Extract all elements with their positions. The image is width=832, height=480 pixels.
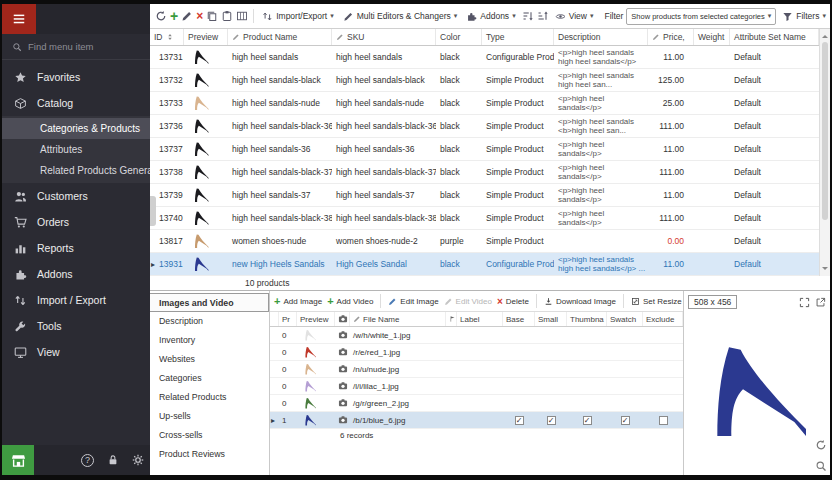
col-weight[interactable]: Weight bbox=[694, 29, 730, 45]
columns-button[interactable] bbox=[236, 10, 248, 22]
col-type[interactable]: Type bbox=[482, 29, 554, 45]
add-image-button[interactable]: +Add Image bbox=[274, 297, 322, 306]
menu-search-input[interactable] bbox=[28, 41, 140, 52]
copy-button[interactable] bbox=[206, 10, 218, 22]
settings-button[interactable] bbox=[125, 448, 150, 472]
col-label[interactable]: Label bbox=[457, 312, 503, 326]
edit-button[interactable] bbox=[181, 10, 193, 22]
panel-tab[interactable]: Websites bbox=[150, 350, 269, 369]
scrollbar-track[interactable] bbox=[820, 41, 830, 264]
col-preview[interactable]: Preview bbox=[184, 29, 228, 45]
product-row[interactable]: ▸ 13736 high heel sandals-black-36 high … bbox=[150, 115, 819, 138]
panel-tab[interactable]: Images and Video bbox=[150, 293, 269, 312]
product-row[interactable]: ▸ 13817 women shoes-nude women shoes-nud… bbox=[150, 230, 819, 253]
sidebar-item-categories-products[interactable]: Categories & Products bbox=[2, 118, 150, 139]
sidebar-item-addons[interactable]: Addons bbox=[2, 261, 150, 287]
product-row[interactable]: ▸ 13733 high heel sandals-nude high heel… bbox=[150, 92, 819, 115]
pos-button[interactable] bbox=[2, 445, 34, 475]
scroll-up-arrow[interactable] bbox=[822, 32, 828, 38]
sort-desc-button[interactable] bbox=[537, 10, 549, 22]
multi-editors-menu[interactable]: Multi Editors & Changers▾ bbox=[340, 9, 461, 24]
product-row[interactable]: ▸ 13738 high heel sandals-black-37 high … bbox=[150, 161, 819, 184]
sidebar-item-orders[interactable]: Orders bbox=[2, 209, 150, 235]
addons-menu[interactable]: Addons▾ bbox=[463, 9, 518, 24]
sidebar-item-reports[interactable]: Reports bbox=[2, 235, 150, 261]
open-external-icon[interactable] bbox=[815, 297, 826, 308]
image-row[interactable]: ▸ 0 /l/i/lilac_1.jpg bbox=[270, 378, 683, 395]
sort-asc-button[interactable] bbox=[522, 10, 534, 22]
help-button[interactable]: ? bbox=[75, 448, 100, 472]
download-image-button[interactable]: Download Image bbox=[544, 297, 616, 306]
edit-image-button[interactable]: Edit Image bbox=[388, 297, 438, 306]
base-checkbox[interactable]: ✓ bbox=[503, 416, 535, 425]
scroll-down-arrow[interactable] bbox=[822, 267, 828, 273]
sidebar-item-view[interactable]: View bbox=[2, 339, 150, 365]
rotate-icon[interactable] bbox=[815, 439, 827, 451]
col-small[interactable]: Small bbox=[535, 312, 567, 326]
sidebar-item-catalog[interactable]: Catalog bbox=[2, 90, 150, 116]
scrollbar-thumb[interactable] bbox=[822, 42, 828, 220]
panel-tab[interactable]: Related Products bbox=[150, 388, 269, 407]
image-row[interactable]: ▸ 0 /n/u/nude.jpg bbox=[270, 361, 683, 378]
sidebar-item-attributes[interactable]: Attributes bbox=[2, 139, 150, 160]
image-row[interactable]: ▸ 0 /r/e/red_1.jpg bbox=[270, 344, 683, 361]
hamburger-menu-button[interactable] bbox=[2, 4, 36, 34]
paste-button[interactable] bbox=[221, 10, 233, 22]
swatch-checkbox[interactable]: ✓ bbox=[607, 416, 643, 425]
panel-tab[interactable]: Cross-sells bbox=[150, 426, 269, 445]
col-id[interactable]: ID bbox=[150, 29, 184, 45]
category-filter-select[interactable]: Show products from selected categories▾ bbox=[626, 8, 776, 25]
image-row[interactable]: ▸ 0 /w/h/white_1.jpg bbox=[270, 327, 683, 344]
refresh-button[interactable] bbox=[155, 10, 167, 22]
thumbnail-checkbox[interactable]: ✓ bbox=[567, 416, 607, 425]
sidebar-item-related-products-generator[interactable]: Related Products Generator bbox=[2, 160, 150, 181]
filters-menu[interactable]: Filters▾ bbox=[779, 9, 829, 24]
small-checkbox[interactable]: ✓ bbox=[535, 416, 567, 425]
col-attribute-set[interactable]: Attribute Set Name bbox=[730, 29, 819, 45]
fullscreen-icon[interactable] bbox=[799, 297, 810, 308]
add-video-button[interactable]: +Add Video bbox=[327, 297, 373, 306]
col-sku[interactable]: SKU bbox=[332, 29, 436, 45]
product-row[interactable]: ▸ 13739 high heel sandals-37 high heel s… bbox=[150, 184, 819, 207]
col-pr[interactable]: Pr bbox=[279, 312, 297, 326]
delete-image-button[interactable]: ×Delete bbox=[497, 297, 529, 306]
product-row[interactable]: ▸ 13731 high heel sandals high heel sand… bbox=[150, 46, 819, 69]
exclude-checkbox[interactable] bbox=[643, 416, 683, 425]
col-thumbnail[interactable]: Thumbna bbox=[567, 312, 607, 326]
view-menu[interactable]: View▾ bbox=[552, 9, 597, 24]
panel-tab[interactable]: Categories bbox=[150, 369, 269, 388]
col-color[interactable]: Color bbox=[436, 29, 482, 45]
col-description[interactable]: Description bbox=[554, 29, 648, 45]
sidebar-item-tools[interactable]: Tools bbox=[2, 313, 150, 339]
add-product-button[interactable]: + bbox=[170, 10, 178, 22]
sidebar-item-customers[interactable]: Customers bbox=[2, 183, 150, 209]
product-row[interactable]: ▸ 13732 high heel sandals-black high hee… bbox=[150, 69, 819, 92]
panel-tab[interactable]: Description bbox=[150, 312, 269, 331]
col-exclude[interactable]: Exclude bbox=[643, 312, 683, 326]
delete-button[interactable]: × bbox=[196, 10, 203, 22]
cell-color: black bbox=[436, 52, 482, 62]
col-base[interactable]: Base bbox=[503, 312, 535, 326]
grid-vertical-scrollbar[interactable] bbox=[819, 29, 830, 276]
product-row[interactable]: ▸ 13931 new High Heels Sandals High Geel… bbox=[150, 253, 819, 276]
product-row[interactable]: ▸ 13737 high heel sandals-36 high heel s… bbox=[150, 138, 819, 161]
import-export-menu[interactable]: Import/Export▾ bbox=[259, 9, 337, 24]
panel-tab[interactable]: Inventory bbox=[150, 331, 269, 350]
col-img-preview[interactable]: Preview bbox=[297, 312, 335, 326]
lock-button[interactable] bbox=[100, 448, 125, 472]
zoom-icon[interactable] bbox=[815, 460, 827, 472]
col-swatch[interactable]: Swatch bbox=[607, 312, 643, 326]
panel-tab[interactable]: Product Reviews bbox=[150, 445, 269, 464]
col-product-name[interactable]: Product Name bbox=[228, 29, 332, 45]
col-file-name[interactable]: File Name bbox=[350, 312, 446, 326]
sidebar-item-import-export[interactable]: Import / Export bbox=[2, 287, 150, 313]
panel-splitter[interactable] bbox=[150, 196, 156, 226]
product-row[interactable]: ▸ 13740 high heel sandals-black-38 high … bbox=[150, 207, 819, 230]
cell-image-preview bbox=[297, 363, 335, 376]
panel-tab[interactable]: Up-sells bbox=[150, 407, 269, 426]
image-row[interactable]: ▸ 0 /g/r/green_2.jpg bbox=[270, 395, 683, 412]
image-row[interactable]: ▸ 1 /b/1/blue_6.jpg ✓ ✓ ✓ ✓ bbox=[270, 412, 683, 429]
set-resize-rule-button[interactable]: Set Resize Rule▾ bbox=[631, 297, 683, 306]
col-price[interactable]: Price, bbox=[648, 29, 694, 45]
sidebar-item-favorites[interactable]: Favorites bbox=[2, 64, 150, 90]
